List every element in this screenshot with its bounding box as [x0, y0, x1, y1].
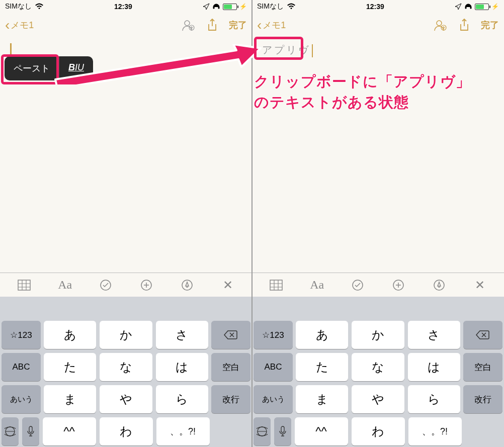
key-ta[interactable]: た: [44, 353, 96, 381]
close-icon[interactable]: ✕: [218, 275, 238, 295]
key-mode-123[interactable]: ☆123: [2, 321, 41, 349]
table-icon[interactable]: [266, 275, 286, 295]
location-icon: [455, 3, 462, 10]
annotation-line-2: のテキストがある状態: [254, 92, 471, 113]
nav-bar: ‹ メモ1 完了: [0, 13, 252, 37]
key-backspace[interactable]: [211, 321, 250, 349]
text-cursor: [312, 44, 313, 57]
format-toolbar: Aa ✕: [0, 273, 252, 297]
key-ka[interactable]: か: [100, 321, 152, 349]
wifi-icon: [35, 3, 44, 10]
battery-icon: ⚡: [475, 3, 499, 10]
svg-rect-7: [29, 426, 32, 432]
key-na[interactable]: な: [352, 353, 404, 381]
add-person-icon[interactable]: [433, 18, 448, 33]
key-emoji[interactable]: ^^: [43, 417, 96, 445]
key-na[interactable]: な: [100, 353, 152, 381]
svg-point-0: [185, 21, 190, 26]
key-ya[interactable]: や: [352, 385, 404, 413]
wifi-icon: [287, 3, 296, 10]
key-abc[interactable]: ABC: [2, 353, 41, 381]
key-wa[interactable]: わ: [100, 417, 153, 445]
key-punct[interactable]: 、。?!: [156, 417, 210, 445]
format-toolbar: Aa ✕: [252, 273, 504, 297]
add-icon[interactable]: [388, 275, 408, 295]
highlight-pasted-text: [254, 37, 303, 60]
key-mic[interactable]: [274, 417, 291, 445]
status-bar: SIMなし 12:39 ⚡: [252, 0, 504, 13]
key-enter[interactable]: 改行: [211, 385, 250, 413]
key-sa[interactable]: さ: [408, 321, 460, 349]
back-label: メモ1: [11, 19, 34, 31]
keyboard: ☆123 ABC あいう あ か さ た な は ま や ら: [0, 297, 252, 447]
svg-rect-2: [18, 280, 30, 290]
keyboard: ☆123 ABC あいう あ か さ た な は ま や ら: [252, 297, 504, 447]
share-icon[interactable]: [457, 18, 472, 33]
key-ma[interactable]: ま: [44, 385, 96, 413]
key-a[interactable]: あ: [44, 321, 96, 349]
carrier-label: SIMなし: [257, 2, 284, 11]
table-icon[interactable]: [14, 275, 34, 295]
annotation-line-1: クリップボードに「アプリヴ」: [254, 71, 471, 92]
key-ka[interactable]: か: [352, 321, 404, 349]
key-mic[interactable]: [22, 417, 39, 445]
close-icon[interactable]: ✕: [470, 275, 490, 295]
chevron-left-icon: ‹: [5, 17, 10, 33]
key-ya[interactable]: や: [100, 385, 152, 413]
key-mode-123[interactable]: ☆123: [254, 321, 293, 349]
location-icon: [203, 3, 210, 10]
battery-icon: ⚡: [223, 3, 247, 10]
svg-rect-10: [270, 280, 282, 290]
share-icon[interactable]: [205, 18, 220, 33]
key-aiu[interactable]: あいう: [2, 385, 41, 413]
key-space[interactable]: 空白: [463, 353, 502, 381]
clock: 12:39: [114, 3, 132, 11]
key-sa[interactable]: さ: [156, 321, 208, 349]
markup-icon[interactable]: [429, 275, 449, 295]
back-button[interactable]: ‹ メモ1: [257, 17, 286, 33]
key-wa[interactable]: わ: [352, 417, 405, 445]
add-icon[interactable]: [136, 275, 156, 295]
checklist-icon[interactable]: [348, 275, 368, 295]
key-ha[interactable]: は: [156, 353, 208, 381]
text-style-button[interactable]: Aa: [307, 275, 327, 295]
headphones-icon: [464, 3, 472, 10]
format-menu-item[interactable]: BIU: [59, 56, 93, 80]
key-globe[interactable]: [2, 417, 19, 445]
back-button[interactable]: ‹ メモ1: [5, 17, 34, 33]
status-bar: SIMなし 12:39 ⚡: [0, 0, 252, 13]
done-button[interactable]: 完了: [229, 19, 247, 31]
annotation-text: クリップボードに「アプリヴ」 のテキストがある状態: [254, 71, 471, 112]
done-button[interactable]: 完了: [481, 19, 499, 31]
screen-right: SIMなし 12:39 ⚡ ‹ メモ1 完了: [252, 0, 504, 447]
checklist-icon[interactable]: [96, 275, 116, 295]
nav-bar: ‹ メモ1 完了: [252, 13, 504, 37]
key-backspace[interactable]: [463, 321, 502, 349]
key-ta[interactable]: た: [296, 353, 348, 381]
add-person-icon[interactable]: [181, 18, 196, 33]
key-aiu[interactable]: あいう: [254, 385, 293, 413]
key-emoji[interactable]: ^^: [295, 417, 348, 445]
clock: 12:39: [366, 3, 384, 11]
chevron-left-icon: ‹: [257, 17, 262, 33]
highlight-paste-menu: [1, 54, 59, 84]
key-enter[interactable]: 改行: [463, 385, 502, 413]
key-ma[interactable]: ま: [296, 385, 348, 413]
key-ra[interactable]: ら: [408, 385, 460, 413]
back-label: メモ1: [263, 19, 286, 31]
key-globe[interactable]: [254, 417, 271, 445]
headphones-icon: [212, 3, 220, 10]
svg-point-8: [437, 21, 442, 26]
carrier-label: SIMなし: [5, 2, 32, 11]
key-a[interactable]: あ: [296, 321, 348, 349]
markup-icon[interactable]: [177, 275, 197, 295]
key-space[interactable]: 空白: [211, 353, 250, 381]
key-abc[interactable]: ABC: [254, 353, 293, 381]
key-ha[interactable]: は: [408, 353, 460, 381]
svg-rect-15: [281, 426, 284, 432]
text-style-button[interactable]: Aa: [55, 275, 75, 295]
key-ra[interactable]: ら: [156, 385, 208, 413]
key-punct[interactable]: 、。?!: [408, 417, 462, 445]
